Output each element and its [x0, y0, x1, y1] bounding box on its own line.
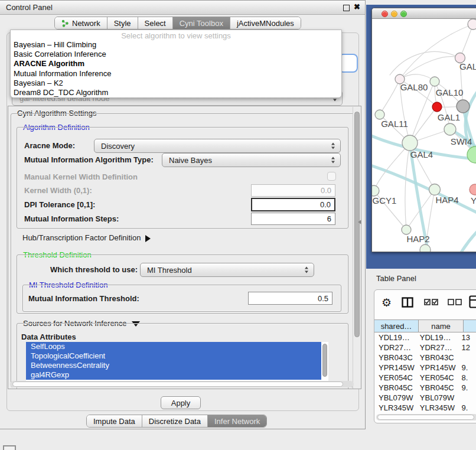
- network-node[interactable]: [444, 123, 456, 135]
- network-node-gal11[interactable]: [375, 110, 384, 119]
- tab-infer-network[interactable]: Infer Network: [208, 415, 266, 427]
- algorithm-option[interactable]: ARACNE Algorithm: [11, 59, 341, 69]
- float-window-icon[interactable]: [343, 5, 350, 11]
- network-node-gal1[interactable]: [432, 102, 442, 112]
- table-cell: YER054C: [416, 373, 458, 383]
- data-attribute-item[interactable]: gal4RGexp: [26, 370, 321, 380]
- algorithm-option[interactable]: Bayesian – Hill Climbing: [11, 40, 341, 50]
- manual-kernel-width-checkbox[interactable]: [327, 172, 336, 181]
- network-node-gal10[interactable]: [430, 77, 439, 86]
- network-node-hap2[interactable]: [402, 225, 411, 234]
- network-edge[interactable]: [406, 190, 435, 230]
- table-cell: 13: [458, 332, 476, 343]
- which-threshold-combo[interactable]: MI Threshold: [140, 263, 314, 277]
- table-hscrollbar[interactable]: [376, 414, 476, 420]
- table-cell: YDR27…: [416, 343, 458, 353]
- table-mode-icon[interactable]: [469, 295, 476, 308]
- algorithm-dropdown-popup: Select algorithm to view settings Bayesi…: [10, 30, 342, 98]
- table-cell: YER054C: [374, 373, 416, 383]
- table-cell: YLR345W: [416, 403, 458, 413]
- mac-zoom-icon[interactable]: [400, 11, 407, 17]
- table-cell: 12: [458, 343, 476, 353]
- docked-panel-icon[interactable]: [3, 445, 16, 450]
- algorithm-dropdown-prompt: Select algorithm to view settings: [11, 31, 341, 40]
- kernel-width-field: 0.0: [251, 184, 335, 197]
- apply-button[interactable]: Apply: [161, 396, 201, 409]
- algorithm-option[interactable]: Dream8 DC_TDC Algorithm: [11, 88, 341, 97]
- column-header[interactable]: [464, 319, 476, 332]
- show-checked-columns-icon[interactable]: [424, 299, 439, 306]
- control-panel-titlebar: Control Panel ✖: [0, 1, 365, 15]
- column-header[interactable]: shared…: [374, 319, 419, 332]
- settings-vscrollbar-thumb[interactable]: [354, 112, 360, 337]
- data-attributes-list[interactable]: SelfLoopsTopologicalCoefficientBetweenne…: [26, 342, 328, 382]
- network-node-swi4[interactable]: [467, 146, 476, 163]
- panel-divider-arrow[interactable]: [358, 220, 361, 224]
- network-edge[interactable]: [405, 143, 410, 230]
- table-row[interactable]: YBR043CYBR043C: [374, 353, 476, 363]
- table-cell: YBR043C: [416, 353, 458, 363]
- settings-hscrollbar-thumb[interactable]: [12, 381, 343, 387]
- mi-steps-field[interactable]: 6: [251, 213, 335, 225]
- table-row[interactable]: YDL19…YDL19…13: [374, 332, 476, 343]
- dpi-tolerance-field[interactable]: 0.0: [251, 198, 335, 211]
- list-scrollbar-thumb[interactable]: [322, 344, 327, 377]
- network-svg[interactable]: GALGAL80GAL10GAL1GAL11GAL4SWI4GCY1HAP4YH…: [372, 19, 476, 252]
- network-node-gal4[interactable]: [402, 135, 418, 151]
- tab-jactivemnodules[interactable]: jActiveMNodules: [230, 17, 301, 29]
- algorithm-option[interactable]: Mutual Information Inference: [11, 69, 341, 79]
- manual-kernel-width-label: Manual Kernel Width Definition: [24, 171, 138, 183]
- gear-icon[interactable]: ⚙: [382, 296, 392, 309]
- table-toolbar: ⚙: [374, 290, 476, 317]
- tab-cyni-toolbox[interactable]: Cyni Toolbox: [173, 17, 230, 29]
- table-row[interactable]: YPR145WYPR145W9.: [374, 363, 476, 373]
- data-attribute-item[interactable]: BetweennessCentrality: [26, 361, 321, 370]
- table-row[interactable]: YER054CYER054C8.: [374, 373, 476, 383]
- network-node-label: GAL: [459, 61, 476, 71]
- hub-definition-toggle[interactable]: Hub/Transcription Factor Definition: [22, 232, 151, 244]
- close-icon[interactable]: ✖: [354, 2, 360, 11]
- screen: Control Panel ✖ NetworkStyleSelectCyni T…: [0, 0, 476, 450]
- mac-minimize-icon[interactable]: [391, 11, 397, 17]
- tab-impute-data[interactable]: Impute Data: [87, 415, 142, 427]
- tab-style[interactable]: Style: [107, 17, 138, 29]
- network-node-y[interactable]: [470, 184, 476, 195]
- table-cell: YDR27…: [374, 343, 416, 353]
- network-node-hap4[interactable]: [429, 184, 441, 195]
- mac-close-icon[interactable]: [382, 11, 388, 17]
- table-panel-window: ⚙ shared…name YDL19…YDL19…13YDR: [374, 289, 476, 423]
- network-edge[interactable]: [380, 79, 400, 115]
- settings-hscrollbar[interactable]: [10, 381, 354, 387]
- table-row[interactable]: YDR27…YDR27…12: [374, 343, 476, 353]
- network-node-gcy1[interactable]: [372, 185, 379, 196]
- combo-stepper-icon: [305, 267, 309, 273]
- network-edge[interactable]: [459, 229, 476, 252]
- data-attribute-item[interactable]: SelfLoops: [26, 342, 321, 351]
- table-cell: [458, 393, 476, 403]
- columns-icon[interactable]: [402, 297, 413, 308]
- mi-threshold-field[interactable]: 0.5: [248, 292, 332, 305]
- hide-columns-icon[interactable]: [448, 299, 462, 306]
- table-body: YDL19…YDL19…13YDR27…YDR27…12YBR043CYBR04…: [374, 332, 476, 414]
- mi-algorithm-type-combo[interactable]: Naive Bayes: [162, 153, 341, 167]
- table-header: shared…name: [374, 319, 476, 332]
- column-header[interactable]: name: [419, 319, 464, 332]
- tab-discretize-data[interactable]: Discretize Data: [142, 415, 208, 427]
- table-row[interactable]: YBR045CYBR045C9.: [374, 383, 476, 393]
- combo-stepper-icon: [331, 157, 335, 164]
- aracne-mode-combo[interactable]: Discovery: [94, 139, 341, 153]
- network-node[interactable]: [468, 19, 476, 30]
- network-edge[interactable]: [372, 165, 476, 214]
- table-row[interactable]: YBL079WYBL079W: [374, 393, 476, 403]
- settings-vscrollbar[interactable]: [353, 107, 360, 389]
- network-window-titlebar: [372, 8, 476, 19]
- network-node[interactable]: [420, 244, 431, 252]
- tab-select[interactable]: Select: [138, 17, 173, 29]
- table-hscrollbar-thumb[interactable]: [377, 415, 474, 420]
- table-row[interactable]: YLR345WYLR345W9.: [374, 403, 476, 413]
- data-attribute-item[interactable]: TopologicalCoefficient: [26, 351, 321, 361]
- algorithm-option[interactable]: Basic Correlation Inference: [11, 50, 341, 59]
- tab-network[interactable]: Network: [55, 17, 107, 29]
- network-node[interactable]: [457, 100, 470, 113]
- algorithm-option[interactable]: Bayesian – K2: [11, 79, 341, 88]
